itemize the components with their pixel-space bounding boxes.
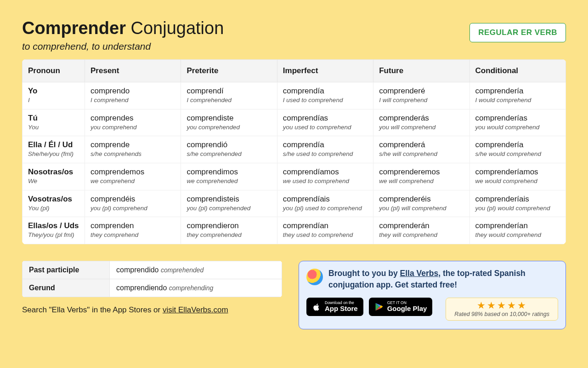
conj-en: they comprehended	[187, 231, 271, 239]
pronoun-cell: Ellas/os / UdsThey/you (pl fml)	[23, 217, 85, 244]
conjugation-cell: comprendéisyou (pl) comprehend	[85, 190, 181, 217]
conj-es: comprenderé	[379, 86, 464, 96]
verb-type-badge: REGULAR ER VERB	[469, 23, 566, 42]
conj-en: we would comprehend	[475, 177, 560, 185]
conj-en: you comprehended	[187, 123, 271, 132]
conjugation-cell: comprendes/he comprehends	[85, 136, 181, 163]
col-imperfect: Imperfect	[277, 60, 373, 82]
conj-en: you (pl) used to comprehend	[283, 204, 368, 213]
table-row: YoIcomprendoI comprehendcomprendíI compr…	[23, 82, 566, 109]
conj-es: comprende	[90, 140, 175, 150]
conj-es: comprendimos	[187, 167, 271, 177]
pronoun-cell: TúYou	[23, 109, 85, 136]
conj-es: comprendíais	[283, 194, 368, 204]
conj-es: comprenderías	[475, 113, 560, 123]
conj-es: comprendisteis	[187, 194, 271, 204]
pronoun-en: I	[28, 96, 79, 104]
col-future: Future	[373, 60, 469, 82]
conj-en: they will comprehend	[379, 231, 464, 239]
conj-es: comprendías	[283, 113, 368, 123]
conj-en: you (pl) will comprehend	[379, 204, 464, 213]
conj-en: s/he comprehended	[187, 150, 271, 158]
promo-text: Brought to you by Ella Verbs, the top-ra…	[328, 268, 558, 291]
pronoun-es: Yo	[28, 86, 79, 96]
app-icon	[306, 269, 323, 285]
conj-es: comprendía	[283, 140, 368, 150]
conj-es: comprendíamos	[283, 167, 368, 177]
conj-es: comprendieron	[187, 221, 271, 231]
pronoun-es: Nosotras/os	[28, 167, 79, 177]
participle-value: comprendiendo comprehending	[110, 279, 282, 297]
conj-es: comprendería	[475, 86, 560, 96]
pronoun-cell: YoI	[23, 82, 85, 109]
conjugation-cell: comprenderemoswe will comprehend	[373, 163, 469, 190]
col-preterite: Preterite	[181, 60, 277, 82]
conj-en: s/he would comprehend	[475, 150, 560, 158]
conjugation-cell: comprendieronthey comprehended	[181, 217, 277, 244]
conj-en: they comprehend	[90, 231, 175, 239]
conj-en: you comprehend	[90, 123, 175, 132]
apple-icon	[312, 302, 321, 312]
search-hint: Search "Ella Verbs" in the App Stores or…	[22, 305, 282, 315]
conjugation-cell: comprenderías/he would comprehend	[469, 136, 565, 163]
conj-en: you used to comprehend	[283, 123, 368, 132]
conjugation-cell: comprendíanthey used to comprehend	[277, 217, 373, 244]
conj-es: comprendían	[283, 221, 368, 231]
promo-link[interactable]: Ella Verbs	[400, 269, 439, 278]
participle-row: Gerundcomprendiendo comprehending	[23, 279, 282, 297]
participle-label: Gerund	[23, 279, 110, 297]
pronoun-en: You (pl)	[28, 204, 79, 213]
conjugation-cell: comprenderíasyou would comprehend	[469, 109, 565, 136]
pronoun-en: She/he/you (fml)	[28, 150, 79, 158]
conjugation-cell: comprendíaisyou (pl) used to comprehend	[277, 190, 373, 217]
conj-en: you (pl) would comprehend	[475, 204, 560, 213]
conj-en: s/he used to comprehend	[283, 150, 368, 158]
conj-en: I would comprehend	[475, 96, 560, 104]
app-store-button[interactable]: Download on the App Store	[306, 298, 363, 316]
col-present: Present	[85, 60, 181, 82]
conjugation-cell: comprendoI comprehend	[85, 82, 181, 109]
google-play-button[interactable]: GET IT ON Google Play	[369, 298, 433, 316]
conjugation-cell: comprendiós/he comprehended	[181, 136, 277, 163]
pronoun-es: Vosotras/os	[28, 194, 79, 204]
conj-es: comprendo	[90, 86, 175, 96]
conj-es: comprenderán	[379, 221, 464, 231]
conj-es: comprenderemos	[379, 167, 464, 177]
conj-es: comprendiste	[187, 113, 271, 123]
conjugation-cell: comprendíasyou used to comprehend	[277, 109, 373, 136]
table-row: Ellas/os / UdsThey/you (pl fml)comprende…	[23, 217, 566, 244]
conjugation-cell: comprendemoswe comprehend	[85, 163, 181, 190]
table-row: TúYoucomprendesyou comprehendcomprendist…	[23, 109, 566, 136]
table-row: Vosotras/osYou (pl)comprendéisyou (pl) c…	[23, 190, 566, 217]
conj-es: comprendía	[283, 86, 368, 96]
visit-link[interactable]: visit EllaVerbs.com	[163, 305, 228, 314]
conj-es: comprenderíamos	[475, 167, 560, 177]
verb-translation: to comprehend, to understand	[22, 41, 224, 52]
conj-es: comprenderíais	[475, 194, 560, 204]
pronoun-cell: Ella / Él / UdShe/he/you (fml)	[23, 136, 85, 163]
conj-en: you (pl) comprehended	[187, 204, 271, 213]
conj-en: I used to comprehend	[283, 96, 368, 104]
pronoun-es: Ella / Él / Ud	[28, 140, 79, 150]
conjugation-cell: comprendesyou comprehend	[85, 109, 181, 136]
conj-en: we comprehend	[90, 177, 175, 185]
conj-es: comprendes	[90, 113, 175, 123]
participles-table: Past participlecomprendido comprehendedG…	[22, 261, 282, 297]
conj-en: you (pl) comprehend	[90, 204, 175, 213]
participle-label: Past participle	[23, 261, 110, 279]
conjugation-cell: comprendisteyou comprehended	[181, 109, 277, 136]
pronoun-es: Ellas/os / Uds	[28, 221, 79, 231]
table-row: Ella / Él / UdShe/he/you (fml)comprendes…	[23, 136, 566, 163]
conj-en: we comprehended	[187, 177, 271, 185]
conj-en: they would comprehend	[475, 231, 560, 239]
conj-en: you would comprehend	[475, 123, 560, 132]
conj-es: comprendéis	[90, 194, 175, 204]
page-title: Comprender Conjugation	[22, 18, 224, 38]
conjugation-cell: comprenderásyou will comprehend	[373, 109, 469, 136]
title-suffix: Conjugation	[130, 18, 224, 38]
table-row: Nosotras/osWecomprendemoswe comprehendco…	[23, 163, 566, 190]
conj-en: they used to comprehend	[283, 231, 368, 239]
conjugation-cell: comprendíI comprehended	[181, 82, 277, 109]
table-header-row: Pronoun Present Preterite Imperfect Futu…	[23, 60, 566, 82]
conj-en: I will comprehend	[379, 96, 464, 104]
